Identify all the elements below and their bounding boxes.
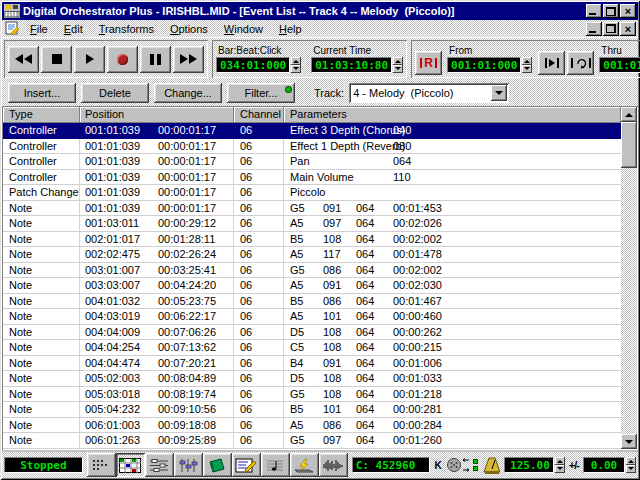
- event-row[interactable]: Note005:02:00300:08:04:8906D510806400:01…: [3, 371, 621, 387]
- notepad-view-button[interactable]: [203, 453, 232, 477]
- loop-icon: [575, 57, 587, 69]
- event-row[interactable]: Controller001:01:03900:00:01:1706Effect …: [3, 139, 621, 155]
- event-row[interactable]: Note005:03:01800:08:19:7406G510806400:01…: [3, 387, 621, 403]
- cell-pc: 064: [356, 325, 393, 340]
- audio-wave-view-button[interactable]: [319, 453, 348, 477]
- cell-ch: 06: [234, 216, 284, 231]
- notepad-icon: [207, 458, 227, 473]
- spinner-down[interactable]: [291, 65, 301, 73]
- fast-forward-button[interactable]: [173, 46, 204, 73]
- column-header-position[interactable]: Position: [80, 107, 234, 123]
- event-row[interactable]: Note006:01:00300:09:18:0806A508606400:00…: [3, 418, 621, 434]
- child-close-button[interactable]: ×: [620, 22, 636, 36]
- column-header-parameters[interactable]: Parameters: [284, 107, 621, 123]
- cell-pa: Main Volume: [290, 170, 323, 185]
- play-button[interactable]: [74, 46, 105, 73]
- vertical-scrollbar[interactable]: [621, 107, 637, 449]
- cell-pb: [323, 154, 356, 169]
- event-row[interactable]: Note004:04:47400:07:20:2106B409106400:01…: [3, 356, 621, 372]
- event-row[interactable]: Note002:01:01700:01:28:1106B510806400:02…: [3, 232, 621, 248]
- event-row[interactable]: Note006:01:26300:09:25:8906G509706400:01…: [3, 433, 621, 449]
- ffwd-icon: [189, 54, 197, 64]
- spinner-up[interactable]: [626, 457, 636, 465]
- delete-button[interactable]: Delete: [81, 83, 149, 103]
- minimize-button[interactable]: [586, 4, 602, 18]
- spinner-up[interactable]: [522, 57, 532, 65]
- filter-button[interactable]: Filter...: [227, 83, 295, 103]
- menu-item-options[interactable]: Options: [162, 21, 216, 37]
- event-row[interactable]: Note003:03:00700:04:24:2006A509106400:02…: [3, 278, 621, 294]
- record-button[interactable]: [107, 46, 138, 73]
- cell-type: Note: [3, 201, 80, 216]
- pause-button[interactable]: [140, 46, 171, 73]
- event-row[interactable]: Controller001:01:03900:00:01:1706Effect …: [3, 123, 621, 139]
- event-row[interactable]: Note004:01:03200:05:23:7506B508606400:01…: [3, 294, 621, 310]
- event-row[interactable]: Note001:03:01100:00:29:1206A509706400:02…: [3, 216, 621, 232]
- change-button[interactable]: Change...: [154, 83, 222, 103]
- bar-beat-click-label: Bar:Beat:Click: [216, 45, 301, 57]
- event-rows: Controller001:01:03900:00:01:1706Effect …: [3, 123, 621, 449]
- restore-button[interactable]: [603, 4, 619, 18]
- midi-out-led: [473, 466, 478, 471]
- menu-item-help[interactable]: Help: [271, 21, 310, 37]
- event-list-view-button[interactable]: [87, 453, 116, 477]
- scrollbar-thumb[interactable]: [621, 122, 637, 168]
- faders-view-button[interactable]: [174, 453, 203, 477]
- punch-bar-icon: [435, 58, 437, 68]
- mixer-view-button[interactable]: [145, 453, 174, 477]
- punch-record-button[interactable]: R: [415, 51, 442, 75]
- event-row[interactable]: Note004:04:25400:07:13:6206C510806400:00…: [3, 340, 621, 356]
- cell-pa: B4: [290, 356, 323, 371]
- cell-type: Note: [3, 402, 80, 417]
- menu-item-edit[interactable]: Edit: [56, 21, 91, 37]
- child-minimize-button[interactable]: [586, 22, 602, 36]
- event-row[interactable]: Note002:02:47500:02:26:2406A511706400:01…: [3, 247, 621, 263]
- menu-item-transforms[interactable]: Transforms: [91, 21, 162, 37]
- menu-item-window[interactable]: Window: [216, 21, 271, 37]
- event-row[interactable]: Patch Change001:01:03900:00:01:1706Picco…: [3, 185, 621, 201]
- notation-view-button[interactable]: [261, 453, 290, 477]
- event-row[interactable]: Note004:03:01900:06:22:1706A510106400:00…: [3, 309, 621, 325]
- close-button[interactable]: ×: [620, 4, 636, 18]
- insert-button[interactable]: Insert...: [8, 83, 76, 103]
- stop-button[interactable]: [41, 46, 72, 73]
- rewind-button[interactable]: [8, 46, 39, 73]
- filter-indicator-led: [286, 87, 291, 92]
- track-dropdown[interactable]: 4 - Melody (Piccolo): [349, 83, 509, 103]
- waveform-icon: [322, 458, 344, 473]
- cell-type: Note: [3, 309, 80, 324]
- column-header-channel[interactable]: Channel: [234, 107, 284, 123]
- scroll-up-button[interactable]: [621, 107, 637, 122]
- app-icon: [4, 4, 20, 18]
- event-row[interactable]: Note003:01:00700:03:25:4106G508606400:02…: [3, 263, 621, 279]
- spinner-up[interactable]: [555, 457, 565, 465]
- quick-keys-view-button[interactable]: [290, 453, 319, 477]
- event-row[interactable]: Controller001:01:03900:00:01:1706Main Vo…: [3, 170, 621, 186]
- spinner-down[interactable]: [522, 65, 532, 73]
- spinner-down[interactable]: [555, 465, 565, 473]
- column-header-type[interactable]: Type: [3, 107, 80, 123]
- event-row[interactable]: Note005:04:23200:09:10:5606B510106400:00…: [3, 402, 621, 418]
- cell-pb: [323, 139, 356, 154]
- event-row[interactable]: Note004:04:00900:07:06:2606D510806400:00…: [3, 325, 621, 341]
- spinner-down[interactable]: [626, 465, 636, 473]
- event-row[interactable]: Note001:01:03900:00:01:1706G509106400:01…: [3, 201, 621, 217]
- event-row[interactable]: Controller001:01:03900:00:01:1706Pan064: [3, 154, 621, 170]
- punch-record-icon: R: [424, 56, 433, 70]
- loop-range-button[interactable]: [567, 51, 594, 75]
- scrollbar-track[interactable]: [621, 168, 637, 434]
- spinner-up[interactable]: [291, 57, 301, 65]
- score-edit-view-button[interactable]: [232, 453, 261, 477]
- scroll-down-button[interactable]: [621, 434, 637, 449]
- cell-ch: 06: [234, 185, 284, 200]
- menu-item-file[interactable]: File: [22, 21, 56, 37]
- child-restore-button[interactable]: [603, 22, 619, 36]
- spinner-down[interactable]: [393, 65, 403, 73]
- play-range-button[interactable]: [538, 51, 565, 75]
- dropdown-arrow-icon[interactable]: [491, 85, 507, 101]
- spinner-up[interactable]: [393, 57, 403, 65]
- cell-type: Note: [3, 247, 80, 262]
- track-view-button[interactable]: [116, 453, 145, 477]
- document-pencil-icon[interactable]: [4, 21, 20, 36]
- cell-type: Controller: [3, 139, 80, 154]
